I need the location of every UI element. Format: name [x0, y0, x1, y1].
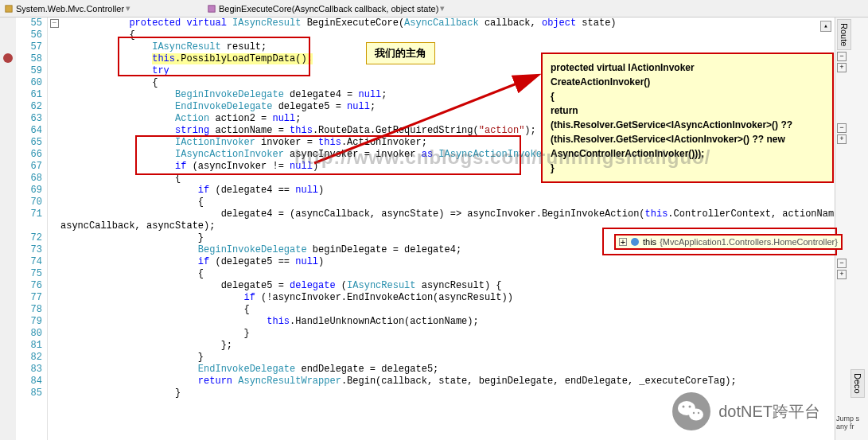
- scroll-up-button[interactable]: ▴: [820, 21, 831, 32]
- code-line[interactable]: if (!asyncInvoker.EndInvokeAction(asyncR…: [60, 292, 835, 304]
- code-line[interactable]: return AsyncResultWrapper.Begin(callback…: [60, 376, 835, 387]
- line-number: 72: [16, 232, 47, 244]
- code-line[interactable]: if (delegate4 == null): [60, 185, 835, 197]
- code-line[interactable]: };: [60, 340, 835, 352]
- svg-rect-0: [6, 5, 12, 11]
- collapse-icon[interactable]: +: [837, 63, 847, 72]
- code-line[interactable]: {: [60, 268, 835, 280]
- line-number: 78: [16, 304, 47, 316]
- side-tab-deco[interactable]: Deco: [850, 369, 865, 398]
- code-line[interactable]: {: [60, 29, 835, 41]
- breadcrumb-method[interactable]: BeginExecuteCore(AsyncCallback callback,…: [203, 3, 451, 14]
- line-number: 69: [16, 185, 47, 197]
- svg-point-7: [683, 406, 685, 408]
- debug-value: {MvcApplication1.Controllers.HomeControl…: [660, 237, 838, 247]
- chevron-down-icon: ▾: [124, 3, 132, 14]
- line-number: 66: [16, 149, 47, 161]
- code-line[interactable]: delegate5 = delegate (IAsyncResult async…: [60, 280, 835, 292]
- fold-minus-icon[interactable]: −: [50, 19, 59, 28]
- line-number: 68: [16, 173, 47, 185]
- line-number: 56: [16, 29, 47, 41]
- svg-point-6: [689, 409, 703, 421]
- collapse-icon[interactable]: +: [837, 270, 847, 279]
- line-number: [16, 220, 47, 232]
- line-number: 62: [16, 101, 47, 113]
- line-number: 84: [16, 376, 47, 387]
- collapse-icon[interactable]: −: [837, 52, 847, 61]
- code-line[interactable]: this.HandleUnknownAction(actionName);: [60, 316, 835, 328]
- line-number: 76: [16, 280, 47, 292]
- line-number: 65: [16, 137, 47, 149]
- collapse-icon[interactable]: −: [837, 123, 847, 133]
- debug-datatip[interactable]: + this {MvcApplication1.Controllers.Home…: [614, 234, 843, 250]
- line-number: 81: [16, 340, 47, 352]
- breadcrumb-method-text: BeginExecuteCore(AsyncCallback callback,…: [219, 4, 438, 14]
- line-number: 61: [16, 89, 47, 101]
- svg-rect-1: [208, 5, 215, 11]
- line-number: 82: [16, 352, 47, 364]
- breakpoint-gutter[interactable]: [0, 18, 16, 440]
- chevron-down-icon: ▾: [438, 3, 446, 14]
- code-line[interactable]: if (delegate5 == null): [60, 256, 835, 268]
- line-number: 70: [16, 197, 47, 208]
- line-number: 83: [16, 364, 47, 376]
- line-number: 85: [16, 387, 47, 399]
- callout-label: 我们的主角: [366, 42, 435, 64]
- line-number: 59: [16, 65, 47, 77]
- collapse-icon[interactable]: −: [837, 259, 847, 268]
- code-line[interactable]: delegate4 = (asyncCallback, asyncState) …: [60, 208, 835, 220]
- collapse-icon[interactable]: +: [837, 134, 847, 144]
- breakpoint-marker[interactable]: [3, 53, 13, 63]
- object-icon: [630, 237, 640, 247]
- line-number: 60: [16, 77, 47, 89]
- line-number: 73: [16, 244, 47, 256]
- wechat-label: dotNET跨平台: [718, 401, 820, 422]
- debug-var: this: [643, 237, 656, 247]
- line-number: 57: [16, 41, 47, 53]
- svg-point-10: [698, 412, 699, 414]
- code-line[interactable]: EndInvokeDelegate endDelegate = delegate…: [60, 364, 835, 376]
- svg-point-3: [631, 238, 639, 246]
- code-line[interactable]: }: [60, 352, 835, 364]
- method-icon: [208, 5, 216, 13]
- svg-point-8: [689, 406, 691, 408]
- breadcrumb-bar: System.Web.Mvc.Controller ▾ BeginExecute…: [0, 0, 868, 18]
- side-panel: Route − + − + − + Deco Jump s any fr: [835, 18, 868, 440]
- line-number: 58: [16, 53, 47, 65]
- code-tooltip: protected virtual IActionInvoker CreateA…: [541, 53, 834, 183]
- svg-point-9: [693, 412, 695, 414]
- breadcrumb-class-text: System.Web.Mvc.Controller: [16, 4, 124, 14]
- expand-icon[interactable]: +: [619, 238, 627, 246]
- wechat-icon: [672, 392, 710, 430]
- code-line[interactable]: {: [60, 304, 835, 316]
- line-number: 64: [16, 125, 47, 137]
- line-number: 77: [16, 292, 47, 304]
- fold-gutter: −: [48, 18, 60, 440]
- line-number: 71: [16, 208, 47, 220]
- code-line[interactable]: {: [60, 197, 835, 208]
- breadcrumb-class[interactable]: System.Web.Mvc.Controller ▾: [0, 3, 137, 14]
- line-number: 63: [16, 113, 47, 125]
- line-number: 80: [16, 328, 47, 340]
- line-number-gutter: 5556575859606162636465666768697071727374…: [16, 18, 48, 440]
- side-footer-text: Jump s any fr: [835, 413, 868, 432]
- code-line[interactable]: protected virtual IAsyncResult BeginExec…: [60, 18, 835, 29]
- line-number: 67: [16, 161, 47, 173]
- code-line[interactable]: IAsyncResult result;: [60, 41, 835, 53]
- line-number: 55: [16, 18, 47, 29]
- wechat-overlay: dotNET跨平台: [672, 392, 820, 430]
- line-number: 74: [16, 256, 47, 268]
- line-number: 79: [16, 316, 47, 328]
- code-line[interactable]: asyncCallback, asyncState);: [60, 220, 835, 232]
- code-line[interactable]: }: [60, 328, 835, 340]
- line-number: 75: [16, 268, 47, 280]
- class-icon: [5, 5, 13, 13]
- side-tab-route[interactable]: Route: [837, 19, 851, 50]
